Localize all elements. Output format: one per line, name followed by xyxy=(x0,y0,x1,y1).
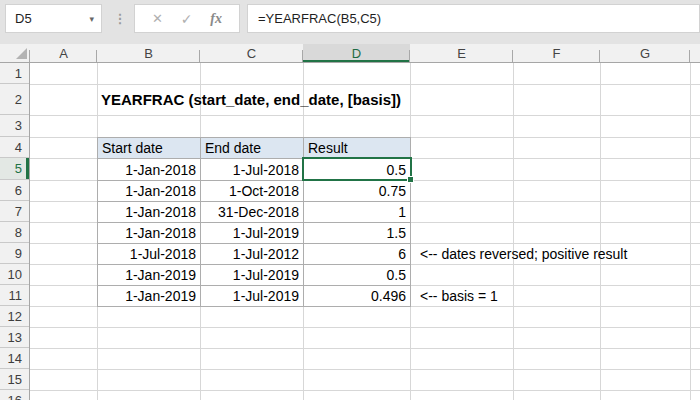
chevron-down-icon[interactable]: ▾ xyxy=(89,14,94,24)
table-row: 1-Jan-2019 1-Jul-2019 0.5 xyxy=(98,265,411,286)
row-header-4[interactable]: 4 xyxy=(0,137,29,158)
result-cell[interactable]: 6 xyxy=(304,244,411,265)
table-row: 1-Jul-2018 1-Jul-2012 6 xyxy=(98,244,411,265)
result-cell[interactable]: 1.5 xyxy=(304,223,411,244)
formula-toolbar: D5 ▾ ⋮ ✕ ✓ fx =YEARFRAC(B5,C5) xyxy=(0,0,700,44)
row-header-13[interactable]: 13 xyxy=(0,327,29,348)
row-header-10[interactable]: 10 xyxy=(0,264,29,285)
row-header-9[interactable]: 9 xyxy=(0,243,29,264)
annotation-basis[interactable]: <-- basis = 1 xyxy=(420,285,498,306)
row-header-11[interactable]: 11 xyxy=(0,285,29,306)
end-date-cell[interactable]: 1-Jul-2012 xyxy=(201,244,304,265)
end-date-cell[interactable]: 1-Oct-2018 xyxy=(201,181,304,202)
select-all-corner[interactable] xyxy=(0,44,30,62)
row-header-3[interactable]: 3 xyxy=(0,115,29,137)
start-date-cell[interactable]: 1-Jan-2018 xyxy=(98,181,201,202)
column-header-e[interactable]: E xyxy=(410,44,513,62)
column-header-f[interactable]: F xyxy=(513,44,600,62)
start-date-cell[interactable]: 1-Jan-2018 xyxy=(98,202,201,223)
header-start-date[interactable]: Start date xyxy=(98,138,201,159)
result-cell[interactable]: 0.5 xyxy=(304,265,411,286)
result-cell[interactable]: 0.496 xyxy=(304,286,411,307)
row-header-8[interactable]: 8 xyxy=(0,222,29,243)
end-date-cell[interactable]: 1-Jul-2019 xyxy=(201,286,304,307)
row-header-16[interactable]: 16 xyxy=(0,390,29,400)
start-date-cell[interactable]: 1-Jul-2018 xyxy=(98,244,201,265)
data-table: Start date End date Result 1-Jan-2018 1-… xyxy=(97,137,411,307)
grip-dots-icon[interactable]: ⋮ xyxy=(112,4,128,33)
row-header-14[interactable]: 14 xyxy=(0,348,29,369)
insert-function-icon[interactable]: fx xyxy=(210,11,222,27)
annotation-dates-reversed[interactable]: <-- dates reversed; positive result xyxy=(420,243,627,264)
header-end-date[interactable]: End date xyxy=(201,138,304,159)
row-header-12[interactable]: 12 xyxy=(0,306,29,327)
result-cell[interactable]: 1 xyxy=(304,202,411,223)
header-result[interactable]: Result xyxy=(304,138,411,159)
row-header-1[interactable]: 1 xyxy=(0,63,29,84)
end-date-cell[interactable]: 1-Jul-2018 xyxy=(201,159,304,181)
table-row: 1-Jan-2018 1-Jul-2019 1.5 xyxy=(98,223,411,244)
table-row: 1-Jan-2019 1-Jul-2019 0.496 xyxy=(98,286,411,307)
result-cell[interactable]: 0.75 xyxy=(304,181,411,202)
formula-button-group: ✕ ✓ fx xyxy=(134,4,240,33)
table-row: 1-Jan-2018 1-Jul-2018 0.5 xyxy=(98,159,411,181)
table-row: 1-Jan-2018 1-Oct-2018 0.75 xyxy=(98,181,411,202)
cancel-icon[interactable]: ✕ xyxy=(152,11,163,26)
row-header-7[interactable]: 7 xyxy=(0,201,29,222)
excel-window: D5 ▾ ⋮ ✕ ✓ fx =YEARFRAC(B5,C5) A B C D E… xyxy=(0,0,700,400)
column-header-d-selected[interactable]: D xyxy=(303,44,410,62)
row-header-column: 1 2 3 4 5 6 7 8 9 10 11 12 13 14 15 16 xyxy=(0,63,30,400)
end-date-cell[interactable]: 1-Jul-2019 xyxy=(201,265,304,286)
table-row: 1-Jan-2018 31-Dec-2018 1 xyxy=(98,202,411,223)
column-header-c[interactable]: C xyxy=(200,44,303,62)
end-date-cell[interactable]: 31-Dec-2018 xyxy=(201,202,304,223)
start-date-cell[interactable]: 1-Jan-2018 xyxy=(98,159,201,181)
result-cell[interactable]: 0.5 xyxy=(304,159,411,181)
formula-bar-input[interactable]: =YEARFRAC(B5,C5) xyxy=(247,4,700,33)
select-all-triangle-icon xyxy=(16,48,27,59)
row-header-6[interactable]: 6 xyxy=(0,180,29,201)
formula-text: =YEARFRAC(B5,C5) xyxy=(258,11,381,26)
name-box-value: D5 xyxy=(15,11,32,26)
table-header-row: Start date End date Result xyxy=(98,138,411,159)
start-date-cell[interactable]: 1-Jan-2019 xyxy=(98,265,201,286)
start-date-cell[interactable]: 1-Jan-2018 xyxy=(98,223,201,244)
column-header-a[interactable]: A xyxy=(30,44,97,62)
row-header-5-selected[interactable]: 5 xyxy=(0,158,29,180)
column-header-row: A B C D E F G xyxy=(0,44,700,63)
enter-check-icon[interactable]: ✓ xyxy=(181,11,193,27)
column-header-g[interactable]: G xyxy=(600,44,690,62)
row-header-15[interactable]: 15 xyxy=(0,369,29,390)
end-date-cell[interactable]: 1-Jul-2019 xyxy=(201,223,304,244)
column-header-b[interactable]: B xyxy=(97,44,200,62)
row-header-2[interactable]: 2 xyxy=(0,84,29,115)
name-box[interactable]: D5 ▾ xyxy=(5,4,102,33)
spreadsheet-title[interactable]: YEARFRAC (start_date, end_date, [basis]) xyxy=(101,84,401,115)
start-date-cell[interactable]: 1-Jan-2019 xyxy=(98,286,201,307)
